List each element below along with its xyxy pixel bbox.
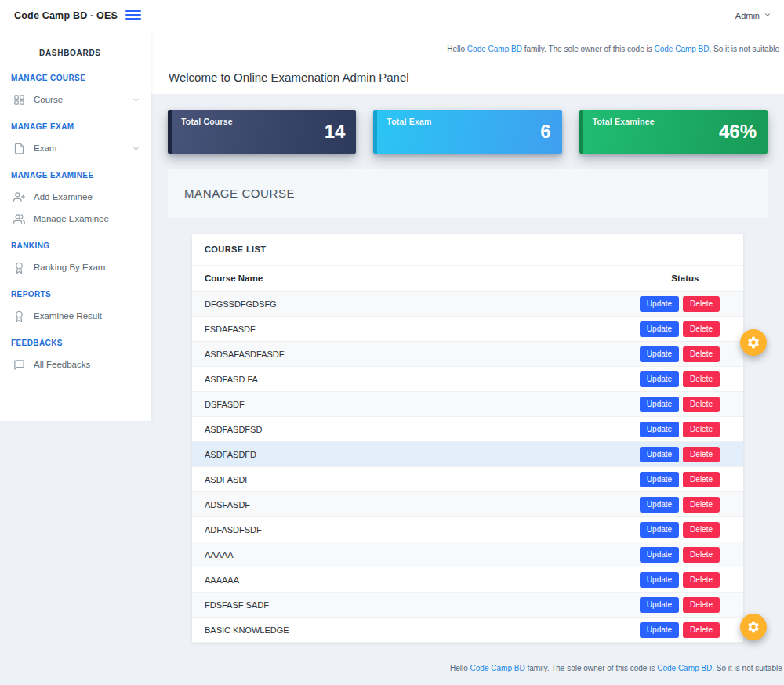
update-button[interactable]: Update (640, 321, 679, 337)
delete-button[interactable]: Delete (683, 422, 720, 437)
delete-button[interactable]: Delete (683, 371, 720, 387)
course-name-cell: AAAAA (192, 542, 627, 567)
delete-button[interactable]: Delete (683, 572, 720, 588)
brand-link[interactable]: Code Camp BD (467, 45, 522, 53)
settings-fab-top[interactable] (740, 329, 767, 356)
delete-button[interactable]: Delete (683, 321, 720, 337)
col-course-name: Course Name (192, 266, 627, 292)
course-name-cell: ASDFASDF (192, 467, 627, 492)
course-name-cell: ASDFASDFSD (192, 417, 627, 442)
delete-button[interactable]: Delete (683, 346, 720, 362)
delete-button[interactable]: Delete (683, 597, 720, 613)
section-title-bar: MANAGE COURSE (168, 169, 768, 218)
brand-link[interactable]: Code Camp BD (654, 45, 709, 53)
menu-toggle-icon[interactable] (125, 10, 141, 22)
chevron-down-icon (132, 96, 140, 104)
delete-button[interactable]: Delete (683, 497, 720, 513)
table-row: ASDFASD FA UpdateDelete (192, 367, 743, 392)
sidebar-caption-feedbacks: FEEDBACKS (0, 327, 151, 353)
update-button[interactable]: Update (640, 572, 679, 588)
sidebar-item-label: Course (34, 95, 63, 104)
sidebar-item-label: Ranking By Exam (34, 263, 105, 272)
gear-icon (746, 335, 760, 350)
update-button[interactable]: Update (640, 397, 679, 412)
content-area: Total Course 14 Total Exam 6 Total Exami… (151, 94, 784, 672)
table-row-highlighted: ASDFASDFD UpdateDelete (192, 442, 743, 467)
update-button[interactable]: Update (640, 346, 679, 362)
notice-text: Hello (447, 45, 467, 53)
notice-text: . So it is not suitable (710, 45, 780, 53)
settings-fab-bottom[interactable] (740, 614, 767, 640)
table-row: DSFASDF UpdateDelete (192, 392, 743, 417)
update-button[interactable]: Update (640, 547, 679, 563)
stat-label: Total Course (181, 117, 233, 126)
table-header-row: Course Name Status (192, 266, 743, 292)
sidebar-item-course[interactable]: Course (0, 89, 151, 111)
chevron-down-icon (132, 144, 140, 153)
sidebar-item-exam[interactable]: Exam (0, 137, 151, 159)
owner-notice-top: Hello Code Camp BD family. The sole owne… (447, 45, 779, 53)
delete-button[interactable]: Delete (683, 397, 720, 412)
update-button[interactable]: Update (640, 472, 679, 487)
course-name-cell: FDSFASF SADF (192, 593, 627, 618)
brand-link[interactable]: Code Camp BD (657, 664, 712, 672)
table-row: ASDFASDF UpdateDelete (192, 467, 743, 492)
page-header: Hello Code Camp BD family. The sole owne… (151, 31, 784, 94)
stat-value: 46% (719, 121, 757, 143)
sidebar-item-label: Add Examinee (34, 192, 93, 201)
notice-text: family. The sole owner of this code is (525, 664, 658, 672)
sidebar-item-label: Examinee Result (34, 311, 102, 321)
app-brand: Code Camp BD - OES (14, 10, 118, 21)
stat-value: 14 (325, 121, 346, 143)
sidebar-item-label: Manage Examinee (34, 214, 109, 223)
table-row: ASDSAFASDFASDF UpdateDelete (192, 342, 743, 367)
trophy-icon (13, 310, 25, 322)
top-navbar: Code Camp BD - OES Admin (0, 0, 784, 31)
sidebar-item-manage-examinee[interactable]: Manage Examinee (0, 208, 151, 230)
delete-button[interactable]: Delete (683, 447, 720, 462)
stat-value: 6 (540, 121, 550, 143)
user-plus-icon (13, 191, 25, 203)
table-row: ADSFASDF UpdateDelete (192, 492, 743, 517)
sidebar-item-examinee-result[interactable]: Examinee Result (0, 305, 151, 327)
brand-link[interactable]: Code Camp BD (470, 664, 525, 672)
user-menu-label: Admin (735, 11, 760, 20)
update-button[interactable]: Update (640, 522, 679, 538)
update-button[interactable]: Update (640, 296, 679, 312)
page-title: Welcome to Online Examenation Admin Pane… (169, 71, 409, 84)
stat-cards-row: Total Course 14 Total Exam 6 Total Exami… (168, 110, 768, 154)
table-row: BASIC KNOWLEDGE UpdateDelete (192, 618, 743, 643)
delete-button[interactable]: Delete (683, 622, 720, 638)
notice-text: . So it is not suitable for ar (712, 664, 784, 672)
sidebar-item-all-feedbacks[interactable]: All Feedbacks (0, 353, 151, 375)
delete-button[interactable]: Delete (683, 522, 720, 538)
delete-button[interactable]: Delete (683, 547, 720, 563)
notice-text: family. The sole owner of this code is (522, 45, 655, 53)
course-name-cell: DFGSSDFGDSFG (192, 292, 627, 317)
sidebar-caption-manage-exam: MANAGE EXAM (0, 111, 151, 137)
stat-card-total-course: Total Course 14 (168, 110, 356, 154)
sidebar-caption-manage-examinee: MANAGE EXAMINEE (0, 159, 151, 186)
update-button[interactable]: Update (640, 597, 679, 613)
award-icon (13, 262, 25, 274)
course-name-cell: ASDFASD FA (192, 367, 627, 392)
course-name-cell: FSDAFASDF (192, 317, 627, 342)
delete-button[interactable]: Delete (683, 296, 720, 312)
update-button[interactable]: Update (640, 422, 679, 437)
chevron-down-icon (764, 11, 771, 20)
sidebar-item-label: Exam (34, 143, 56, 153)
sidebar-item-add-examinee[interactable]: Add Examinee (0, 186, 151, 208)
stat-label: Total Exam (387, 117, 431, 126)
table-row: ADFASDFSDF UpdateDelete (192, 517, 743, 542)
section-title: MANAGE COURSE (184, 187, 295, 200)
sidebar-item-ranking-by-exam[interactable]: Ranking By Exam (0, 256, 151, 278)
notice-text: Hello (450, 664, 470, 672)
sidebar-caption-reports: REPORTS (0, 278, 151, 305)
update-button[interactable]: Update (640, 622, 679, 638)
user-menu[interactable]: Admin (735, 0, 771, 31)
update-button[interactable]: Update (640, 497, 679, 513)
delete-button[interactable]: Delete (683, 472, 720, 487)
update-button[interactable]: Update (640, 447, 679, 462)
update-button[interactable]: Update (640, 371, 679, 387)
table-row: ASDFASDFSD UpdateDelete (192, 417, 743, 442)
